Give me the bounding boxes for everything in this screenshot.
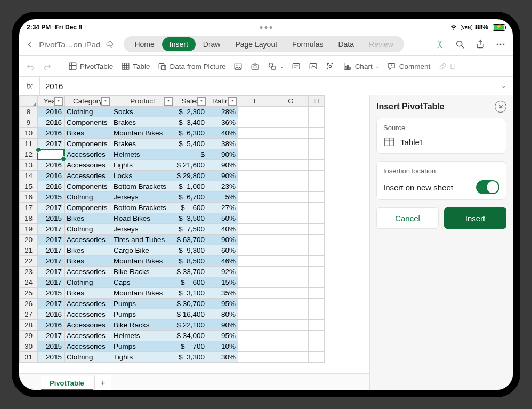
tab-formulas[interactable]: Formulas (285, 37, 331, 51)
cell[interactable] (273, 213, 309, 224)
cell[interactable]: 2017 (38, 139, 65, 149)
cell[interactable] (238, 341, 273, 352)
cell[interactable]: $ 63,700 (174, 235, 207, 245)
cell[interactable]: $ 7,500 (174, 224, 207, 235)
filter-icon[interactable]: ▾ (164, 97, 173, 106)
cell[interactable]: 2016 (38, 160, 65, 171)
cell[interactable]: 30% (207, 352, 238, 363)
cell[interactable]: Bike Racks (111, 267, 174, 277)
cell[interactable] (309, 192, 325, 203)
picture-button[interactable] (233, 61, 243, 71)
cell[interactable]: Bikes (65, 256, 111, 267)
cell[interactable]: 2015 (38, 288, 65, 299)
row-header[interactable]: 17 (20, 203, 38, 213)
cell[interactable] (309, 277, 325, 288)
row-header[interactable]: 10 (20, 128, 38, 139)
cell[interactable]: Components (65, 181, 111, 192)
cell[interactable]: Road Bikes (111, 213, 174, 224)
cell[interactable]: $ 6,700 (174, 192, 207, 203)
cell[interactable]: 10% (207, 341, 238, 352)
cell[interactable]: 90% (207, 320, 238, 331)
cell[interactable]: 2017 (38, 256, 65, 267)
tab-draw[interactable]: Draw (196, 37, 228, 51)
icons-button[interactable] (309, 61, 318, 71)
cell[interactable]: Pumps (111, 299, 174, 309)
multitask-dots-icon[interactable] (260, 26, 272, 29)
document-title[interactable]: PivotTa…on iPad (39, 40, 100, 49)
cell[interactable] (273, 331, 309, 341)
filter-icon[interactable]: ▾ (197, 97, 206, 106)
cell[interactable]: Components (65, 117, 111, 128)
formula-expand-icon[interactable]: ⌄ (495, 82, 513, 90)
cell[interactable] (273, 117, 309, 128)
cell[interactable]: Bikes (65, 288, 111, 299)
cell[interactable] (238, 267, 273, 277)
data-from-picture-button[interactable]: Data from Picture (158, 61, 226, 71)
tab-page-layout[interactable]: Page Layout (228, 37, 285, 51)
cell[interactable] (238, 277, 273, 288)
cell[interactable] (309, 139, 325, 149)
cell[interactable]: Mountain Bikes (111, 128, 174, 139)
row-header[interactable]: 22 (20, 256, 38, 267)
cell[interactable] (273, 277, 309, 288)
cell[interactable] (309, 213, 325, 224)
cell[interactable]: Tires and Tubes (111, 235, 174, 245)
cell[interactable] (238, 288, 273, 299)
cell[interactable]: 2016 (38, 107, 65, 117)
insert-button[interactable]: Insert (444, 207, 506, 229)
cell[interactable]: 2016 (38, 149, 65, 160)
cell[interactable] (273, 267, 309, 277)
camera-button[interactable] (251, 61, 260, 71)
cell[interactable] (309, 171, 325, 181)
cell[interactable]: 2017 (38, 203, 65, 213)
row-header[interactable]: 11 (20, 139, 38, 149)
tab-review[interactable]: Review (361, 37, 401, 51)
cell[interactable]: 2017 (38, 277, 65, 288)
row-header[interactable]: 8 (20, 107, 38, 117)
cell[interactable]: 2015 (38, 192, 65, 203)
cell[interactable]: 36% (207, 117, 238, 128)
cancel-button[interactable]: Cancel (376, 207, 439, 229)
cell[interactable] (273, 352, 309, 363)
cell[interactable]: Accessories (65, 235, 111, 245)
cell[interactable]: Helmets (111, 331, 174, 341)
cell[interactable]: 15% (207, 277, 238, 288)
cell[interactable]: $ 30,700 (174, 299, 207, 309)
cell[interactable]: Pumps (111, 341, 174, 352)
formula-input[interactable]: 2016 (40, 82, 495, 91)
redo-button[interactable] (43, 61, 52, 71)
cell[interactable]: $ 22,100 (174, 320, 207, 331)
more-icon[interactable] (495, 38, 506, 50)
cell[interactable]: Accessories (65, 149, 111, 160)
filter-icon[interactable]: ▾ (101, 97, 110, 106)
cell[interactable]: 46% (207, 256, 238, 267)
cell[interactable] (309, 245, 325, 256)
cell[interactable]: 40% (207, 224, 238, 235)
cell[interactable]: $ 2,300 (174, 107, 207, 117)
cell[interactable]: Bikes (65, 245, 111, 256)
cell[interactable] (273, 309, 309, 320)
cell[interactable]: 2015 (38, 341, 65, 352)
column-header-sales[interactable]: Sales▾ (174, 96, 207, 107)
cell[interactable]: $ 3,500 (174, 213, 207, 224)
filter-icon[interactable]: ▾ (228, 97, 237, 106)
cell[interactable]: Accessories (65, 320, 111, 331)
cell[interactable]: Accessories (65, 341, 111, 352)
row-header[interactable]: 15 (20, 181, 38, 192)
cell[interactable]: 50% (207, 213, 238, 224)
cell[interactable] (238, 160, 273, 171)
cell[interactable]: 95% (207, 331, 238, 341)
cell[interactable]: 2015 (38, 352, 65, 363)
row-header[interactable]: 21 (20, 245, 38, 256)
cell[interactable]: $ 8,500 (174, 256, 207, 267)
cell[interactable]: Mountain Bikes (111, 256, 174, 267)
cell[interactable] (238, 107, 273, 117)
row-header[interactable]: 23 (20, 267, 38, 277)
add-sheet-button[interactable]: + (94, 375, 111, 390)
row-header[interactable]: 30 (20, 341, 38, 352)
row-header[interactable]: 16 (20, 192, 38, 203)
cell[interactable] (273, 320, 309, 331)
cell[interactable]: Accessories (65, 299, 111, 309)
cell[interactable] (273, 171, 309, 181)
source-card[interactable]: Source Table1 (376, 118, 506, 154)
